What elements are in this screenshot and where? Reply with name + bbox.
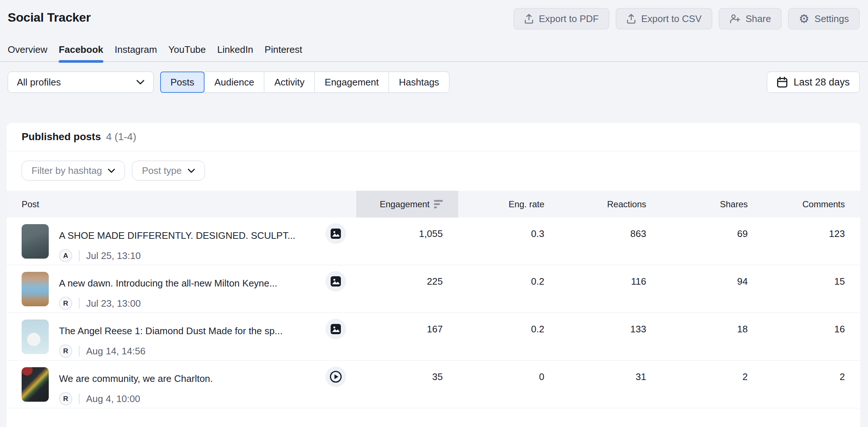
date-range-button[interactable]: Last 28 days	[767, 72, 860, 93]
eng-rate-value: 0.3	[458, 218, 560, 265]
tab-overview[interactable]: Overview	[8, 40, 47, 61]
engagement-value: 167	[356, 313, 458, 360]
post-type-label: Post type	[142, 165, 181, 176]
view-hashtags-button[interactable]: Hashtags	[389, 72, 449, 93]
upload-icon	[626, 14, 636, 24]
profile-badge: R	[59, 392, 72, 405]
eng-rate-value: 0.2	[458, 313, 560, 360]
comments-value: 123	[763, 218, 860, 265]
post-title[interactable]: A SHOE MADE DIFFERENTLY. DESIGNED. SCULP…	[59, 229, 295, 242]
comments-value: 16	[763, 313, 860, 360]
chevron-down-icon	[108, 168, 115, 173]
column-header-post[interactable]: Post	[7, 191, 356, 218]
upload-icon	[524, 14, 534, 24]
shares-value: 2	[662, 361, 763, 408]
view-engagement-button[interactable]: Engagement	[315, 72, 389, 93]
post-info: We are community, we are Charlton. R Aug…	[59, 361, 346, 405]
published-posts-card: Published posts 4 (1-4) Filter by hashta…	[7, 123, 860, 427]
engagement-value: 225	[356, 265, 458, 313]
profile-select[interactable]: All profiles	[8, 72, 154, 93]
toolbar: Export to PDF Export to CSV Share ⚙ Sett…	[514, 8, 860, 29]
table-row[interactable]: We are community, we are Charlton. R Aug…	[7, 361, 860, 408]
post-thumbnail[interactable]	[22, 367, 49, 402]
share-button[interactable]: Share	[719, 8, 781, 29]
comments-value: 2	[763, 361, 860, 408]
column-header-engagement-label: Engagement	[380, 199, 430, 209]
engagement-value: 35	[356, 361, 458, 408]
post-title[interactable]: We are community, we are Charlton.	[59, 372, 213, 385]
post-title[interactable]: The Angel Reese 1: Diamond Dust Made for…	[59, 324, 283, 337]
post-info: A new dawn. Introducing the all-new Milt…	[59, 265, 346, 310]
post-thumbnail[interactable]	[22, 224, 49, 259]
export-pdf-label: Export to PDF	[539, 13, 599, 25]
post-thumbnail[interactable]	[22, 320, 49, 354]
meta-divider	[79, 298, 80, 309]
reactions-value: 863	[560, 218, 662, 265]
profile-badge: A	[59, 249, 72, 262]
post-info: The Angel Reese 1: Diamond Dust Made for…	[59, 313, 346, 358]
top-bar: Social Tracker Export to PDF Export to C…	[0, 0, 868, 29]
table-header-row: Post Engagement Eng. rate Reactions Shar…	[7, 191, 860, 218]
post-datetime: Aug 4, 10:00	[86, 393, 140, 405]
post-thumbnail[interactable]	[22, 272, 49, 306]
post-info: A SHOE MADE DIFFERENTLY. DESIGNED. SCULP…	[59, 218, 346, 262]
tab-facebook[interactable]: Facebook	[59, 40, 103, 61]
table-row[interactable]: A new dawn. Introducing the all-new Milt…	[7, 265, 860, 313]
post-title[interactable]: A new dawn. Introducing the all-new Milt…	[59, 277, 277, 290]
table-row[interactable]: The Angel Reese 1: Diamond Dust Made for…	[7, 313, 860, 361]
reactions-value: 31	[560, 361, 662, 408]
card-title: Published posts	[22, 131, 101, 143]
meta-divider	[79, 393, 80, 404]
settings-label: Settings	[814, 13, 849, 25]
profile-select-value: All profiles	[17, 77, 61, 88]
post-cell: We are community, we are Charlton. R Aug…	[7, 361, 356, 408]
view-switcher: Posts Audience Activity Engagement Hasht…	[160, 72, 449, 93]
gear-icon: ⚙	[799, 13, 809, 25]
export-pdf-button[interactable]: Export to PDF	[514, 8, 609, 29]
tab-instagram[interactable]: Instagram	[115, 40, 157, 61]
person-plus-icon	[729, 14, 740, 24]
tab-linkedin[interactable]: LinkedIn	[217, 40, 253, 61]
calendar-icon	[777, 76, 788, 88]
tab-pinterest[interactable]: Pinterest	[265, 40, 302, 61]
post-cell: A new dawn. Introducing the all-new Milt…	[7, 265, 356, 313]
profile-badge: R	[59, 344, 72, 358]
column-header-comments[interactable]: Comments	[763, 191, 860, 218]
shares-value: 18	[662, 313, 763, 360]
reactions-value: 133	[560, 313, 662, 360]
video-media-icon	[326, 366, 346, 387]
view-activity-button[interactable]: Activity	[264, 72, 315, 93]
post-cell: The Angel Reese 1: Diamond Dust Made for…	[7, 313, 356, 360]
date-range-label: Last 28 days	[794, 77, 850, 88]
column-header-shares[interactable]: Shares	[662, 191, 763, 218]
export-csv-label: Export to CSV	[641, 13, 702, 25]
filter-by-hashtag-label: Filter by hashtag	[32, 165, 102, 176]
tab-youtube[interactable]: YouTube	[168, 40, 206, 61]
chevron-down-icon	[136, 80, 144, 85]
view-posts-button[interactable]: Posts	[160, 72, 205, 93]
card-count: 4 (1-4)	[106, 131, 136, 143]
comments-value: 15	[763, 265, 860, 313]
post-type-dropdown[interactable]: Post type	[132, 161, 205, 180]
meta-divider	[79, 250, 80, 261]
controls-row: All profiles Posts Audience Activity Eng…	[8, 72, 860, 93]
export-csv-button[interactable]: Export to CSV	[616, 8, 712, 29]
sort-descending-icon	[434, 200, 443, 208]
settings-button[interactable]: ⚙ Settings	[788, 8, 860, 29]
profile-badge: R	[59, 297, 72, 310]
chevron-down-icon	[188, 168, 195, 173]
filter-by-hashtag-dropdown[interactable]: Filter by hashtag	[22, 161, 125, 180]
column-header-reactions[interactable]: Reactions	[560, 191, 662, 218]
card-header: Published posts 4 (1-4)	[7, 123, 860, 151]
social-tracker-page: Social Tracker Export to PDF Export to C…	[0, 0, 868, 427]
channel-tabs: Overview Facebook Instagram YouTube Link…	[0, 40, 868, 62]
view-audience-button[interactable]: Audience	[204, 72, 264, 93]
image-media-icon	[326, 271, 346, 292]
column-header-engagement[interactable]: Engagement	[356, 191, 458, 218]
column-header-eng-rate[interactable]: Eng. rate	[458, 191, 560, 218]
shares-value: 94	[662, 265, 763, 313]
engagement-value: 1,055	[356, 218, 458, 265]
page-title: Social Tracker	[8, 8, 91, 25]
post-datetime: Jul 23, 13:00	[86, 298, 141, 309]
table-row[interactable]: A SHOE MADE DIFFERENTLY. DESIGNED. SCULP…	[7, 218, 860, 265]
